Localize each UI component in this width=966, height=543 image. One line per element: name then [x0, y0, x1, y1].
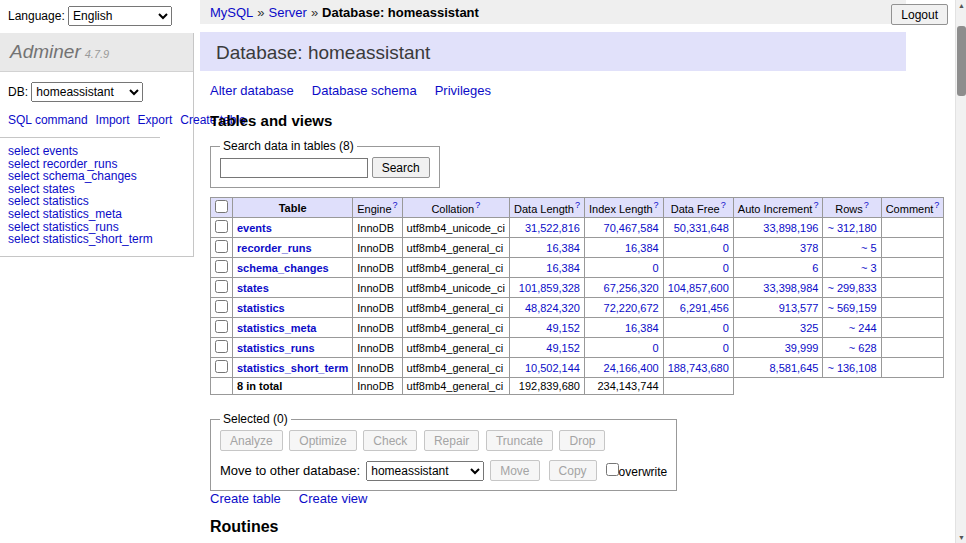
rows-count-link[interactable]: ~ 136,108 — [827, 362, 876, 374]
data-free-link[interactable]: 0 — [723, 242, 729, 254]
table-name-link[interactable]: events — [237, 222, 272, 234]
row-checkbox[interactable] — [215, 220, 228, 233]
export-link[interactable]: Export — [138, 113, 173, 127]
data-free-link[interactable]: 50,331,648 — [674, 222, 729, 234]
table-header-row: Table Engine? Collation? Data Length? In… — [211, 198, 944, 218]
create-view-link[interactable]: Create view — [299, 491, 368, 506]
data-free-link[interactable]: 6,291,456 — [680, 302, 729, 314]
index-length-link[interactable]: 24,166,400 — [604, 362, 659, 374]
sidebar-item-select-statistics-short-term[interactable]: select statistics_short_term — [8, 233, 185, 246]
data-length-link[interactable]: 10,502,144 — [525, 362, 580, 374]
index-length-link[interactable]: 67,256,320 — [604, 282, 659, 294]
overwrite-checkbox[interactable] — [606, 463, 619, 476]
rows-count-link[interactable]: ~ 3 — [861, 262, 877, 274]
help-icon[interactable]: ? — [813, 200, 818, 210]
auto-increment-link[interactable]: 325 — [800, 322, 818, 334]
privileges-link[interactable]: Privileges — [435, 83, 491, 98]
check-button[interactable]: Check — [363, 430, 417, 451]
index-length-link[interactable]: 0 — [653, 262, 659, 274]
row-checkbox[interactable] — [215, 300, 228, 313]
auto-increment-link[interactable]: 33,898,196 — [763, 222, 818, 234]
auto-increment-link[interactable]: 913,577 — [779, 302, 819, 314]
data-length-link[interactable]: 31,522,816 — [525, 222, 580, 234]
scroll-up-icon[interactable]: ▲ — [956, 0, 966, 11]
auto-increment-link[interactable]: 6 — [812, 262, 818, 274]
scroll-down-icon[interactable]: ▼ — [956, 532, 966, 543]
sidebar-item-select-statistics-meta[interactable]: select statistics_meta — [8, 208, 185, 221]
data-length-link[interactable]: 49,152 — [546, 322, 580, 334]
data-free-link[interactable]: 0 — [723, 342, 729, 354]
auto-increment-link[interactable]: 39,999 — [785, 342, 819, 354]
optimize-button[interactable]: Optimize — [289, 430, 356, 451]
table-name-link[interactable]: schema_changes — [237, 262, 329, 274]
table-name-link[interactable]: recorder_runs — [237, 242, 312, 254]
drop-button[interactable]: Drop — [559, 430, 605, 451]
auto-increment-link[interactable]: 33,398,984 — [763, 282, 818, 294]
alter-database-link[interactable]: Alter database — [210, 83, 294, 98]
data-length-link[interactable]: 16,384 — [546, 242, 580, 254]
help-icon[interactable]: ? — [393, 200, 398, 210]
copy-button[interactable]: Copy — [549, 460, 597, 481]
language-select[interactable]: English — [68, 6, 172, 26]
analyze-button[interactable]: Analyze — [220, 430, 283, 451]
breadcrumb-mysql-link[interactable]: MySQL — [210, 5, 253, 20]
rows-count-link[interactable]: ~ 5 — [861, 242, 877, 254]
truncate-button[interactable]: Truncate — [486, 430, 553, 451]
help-icon[interactable]: ? — [654, 200, 659, 210]
breadcrumb-server-link[interactable]: Server — [269, 5, 307, 20]
logout-button[interactable]: Logout — [891, 4, 948, 25]
data-length-link[interactable]: 48,824,320 — [525, 302, 580, 314]
row-checkbox[interactable] — [215, 340, 228, 353]
table-name-link[interactable]: states — [237, 282, 269, 294]
table-name-link[interactable]: statistics_runs — [237, 342, 315, 354]
data-free-link[interactable]: 0 — [723, 262, 729, 274]
rows-count-link[interactable]: ~ 569,159 — [827, 302, 876, 314]
help-icon[interactable]: ? — [475, 200, 480, 210]
data-free-link[interactable]: 104,857,600 — [668, 282, 729, 294]
scrollbar-thumb[interactable] — [957, 26, 966, 96]
index-length-link[interactable]: 72,220,672 — [604, 302, 659, 314]
data-free-link[interactable]: 0 — [723, 322, 729, 334]
import-link[interactable]: Import — [96, 113, 130, 127]
row-checkbox[interactable] — [215, 320, 228, 333]
index-length-link[interactable]: 70,467,584 — [604, 222, 659, 234]
search-input[interactable] — [220, 158, 368, 178]
db-select[interactable]: homeassistant — [31, 82, 143, 102]
repair-button[interactable]: Repair — [424, 430, 479, 451]
rows-count-link[interactable]: ~ 244 — [849, 322, 877, 334]
table-name-link[interactable]: statistics — [237, 302, 285, 314]
select-all-checkbox[interactable] — [215, 200, 228, 213]
sql-command-link[interactable]: SQL command — [8, 113, 88, 127]
row-checkbox[interactable] — [215, 260, 228, 273]
move-button[interactable]: Move — [490, 460, 539, 481]
database-schema-link[interactable]: Database schema — [312, 83, 417, 98]
data-free-link[interactable]: 188,743,680 — [668, 362, 729, 374]
rows-count-link[interactable]: ~ 628 — [849, 342, 877, 354]
row-checkbox[interactable] — [215, 240, 228, 253]
help-icon[interactable]: ? — [575, 200, 580, 210]
index-length-link[interactable]: 16,384 — [625, 322, 659, 334]
app-name: Adminer — [10, 41, 81, 62]
data-length-link[interactable]: 16,384 — [546, 262, 580, 274]
move-database-select[interactable]: homeassistant — [366, 461, 484, 481]
create-table-link[interactable]: Create table — [210, 491, 281, 506]
row-checkbox[interactable] — [215, 360, 228, 373]
search-button[interactable]: Search — [372, 157, 430, 178]
rows-count-link[interactable]: ~ 299,833 — [827, 282, 876, 294]
sidebar-item-select-schema-changes[interactable]: select schema_changes — [8, 170, 185, 183]
data-length-link[interactable]: 49,152 — [546, 342, 580, 354]
help-icon[interactable]: ? — [934, 200, 939, 210]
help-icon[interactable]: ? — [864, 200, 869, 210]
auto-increment-link[interactable]: 378 — [800, 242, 818, 254]
rows-count-link[interactable]: ~ 312,180 — [827, 222, 876, 234]
table-name-link[interactable]: statistics_meta — [237, 322, 317, 334]
index-length-link[interactable]: 16,384 — [625, 242, 659, 254]
auto-increment-link[interactable]: 8,581,645 — [769, 362, 818, 374]
index-length-link[interactable]: 0 — [653, 342, 659, 354]
row-checkbox[interactable] — [215, 280, 228, 293]
help-icon[interactable]: ? — [721, 200, 726, 210]
data-length-link[interactable]: 101,859,328 — [519, 282, 580, 294]
table-name-link[interactable]: statistics_short_term — [237, 362, 348, 374]
vertical-scrollbar[interactable]: ▲ ▼ — [955, 0, 966, 543]
sidebar-item-select-events[interactable]: select events — [8, 145, 185, 158]
